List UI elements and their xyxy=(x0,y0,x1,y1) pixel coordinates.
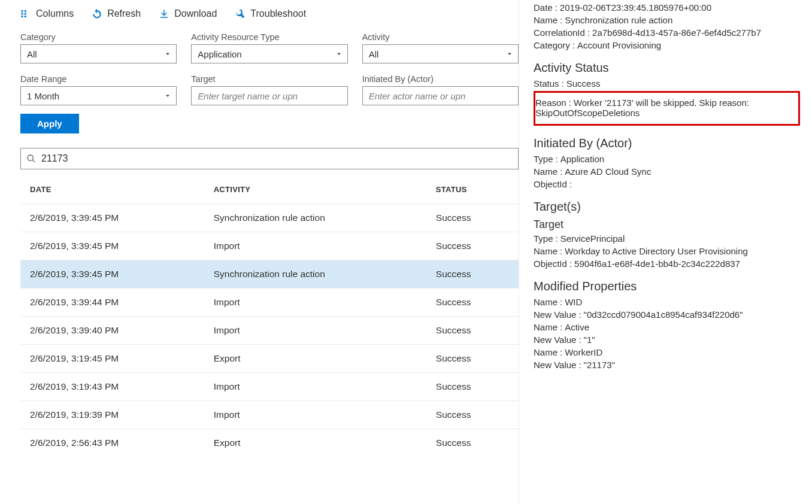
date-range-label: Date Range xyxy=(20,74,177,84)
table-row[interactable]: 2/6/2019, 3:39:45 PMImportSuccess xyxy=(20,232,519,260)
activity-label: Activity xyxy=(362,32,519,42)
initiated-by-label: Initiated By (Actor) xyxy=(362,74,519,84)
targets-heading: Target(s) xyxy=(534,200,800,214)
actor-object-id: ObjectId: xyxy=(534,179,800,189)
date-range-field: Date Range xyxy=(20,74,177,105)
cell-status: Success xyxy=(426,373,519,401)
main-pane: Columns Refresh Download Troubleshoot Ca… xyxy=(0,0,519,504)
details-top: Date:2019-02-06T23:39:45.1805976+00:00 N… xyxy=(534,2,800,50)
refresh-label: Refresh xyxy=(107,8,141,19)
cell-date: 2/6/2019, 3:39:45 PM xyxy=(20,260,204,289)
download-label: Download xyxy=(174,8,217,19)
target-type: Type:ServicePrincipal xyxy=(534,233,800,244)
svg-rect-0 xyxy=(22,10,23,12)
table-row[interactable]: 2/6/2019, 3:39:44 PMImportSuccess xyxy=(20,289,519,317)
mod-prop-new-value: New Value:"0d32ccd079004a1c8954caf934f22… xyxy=(534,309,800,320)
svg-rect-4 xyxy=(25,13,26,15)
modified-heading: Modified Properties xyxy=(534,280,800,293)
date-range-select[interactable] xyxy=(20,86,177,105)
troubleshoot-label: Troubleshoot xyxy=(250,8,306,19)
cell-date: 2/6/2019, 2:56:43 PM xyxy=(20,429,204,457)
table-row[interactable]: 2/6/2019, 3:39:40 PMImportSuccess xyxy=(20,317,519,345)
col-activity[interactable]: ACTIVITY xyxy=(204,174,426,204)
cell-date: 2/6/2019, 3:39:45 PM xyxy=(20,204,204,232)
category-field: Category xyxy=(20,32,177,63)
status: Status:Success xyxy=(534,78,800,89)
columns-icon xyxy=(20,8,31,19)
apply-button[interactable]: Apply xyxy=(20,114,79,133)
filter-grid: Category Activity Resource Type Activity… xyxy=(20,32,519,105)
mod-prop-name: Name:WorkerID xyxy=(534,347,800,357)
initiated-by-field: Initiated By (Actor) xyxy=(362,74,519,105)
target-object-id: ObjectId:5904f6a1-e68f-4de1-bb4b-2c34c22… xyxy=(534,259,800,269)
details-pane: Date:2019-02-06T23:39:45.1805976+00:00 N… xyxy=(519,0,812,504)
activity-select[interactable] xyxy=(362,44,519,63)
cell-date: 2/6/2019, 3:19:45 PM xyxy=(20,345,204,373)
troubleshoot-button[interactable]: Troubleshoot xyxy=(235,8,306,19)
table-row[interactable]: 2/6/2019, 2:56:43 PMExportSuccess xyxy=(20,429,519,457)
cell-status: Success xyxy=(426,260,519,289)
search-wrap xyxy=(20,148,519,169)
cell-status: Success xyxy=(426,204,519,232)
actor-name: Name:Azure AD Cloud Sync xyxy=(534,166,800,177)
cell-status: Success xyxy=(426,317,519,345)
columns-button[interactable]: Columns xyxy=(20,8,74,19)
col-status[interactable]: STATUS xyxy=(426,174,519,204)
svg-rect-3 xyxy=(25,10,26,12)
search-icon xyxy=(26,154,36,163)
resource-type-label: Activity Resource Type xyxy=(191,32,347,42)
target-input[interactable] xyxy=(191,86,347,105)
activity-field: Activity xyxy=(362,32,519,63)
cell-status: Success xyxy=(426,232,519,260)
svg-rect-5 xyxy=(25,16,26,17)
cell-activity: Synchronization rule action xyxy=(204,260,426,289)
detail-correlation-id: CorrelationId:2a7b698d-4d13-457a-86e7-6e… xyxy=(534,28,800,38)
cell-activity: Synchronization rule action xyxy=(204,204,426,232)
cell-date: 2/6/2019, 3:39:45 PM xyxy=(20,232,204,260)
resource-type-select[interactable] xyxy=(191,44,347,63)
table-row[interactable]: 2/6/2019, 3:19:43 PMImportSuccess xyxy=(20,373,519,401)
cell-activity: Import xyxy=(204,401,426,429)
mod-prop-name: Name:WID xyxy=(534,297,800,307)
refresh-button[interactable]: Refresh xyxy=(92,8,141,19)
actor-type: Type:Application xyxy=(534,154,800,164)
cell-status: Success xyxy=(426,401,519,429)
command-bar: Columns Refresh Download Troubleshoot xyxy=(20,8,519,19)
target-field: Target xyxy=(191,74,347,105)
mod-prop-new-value: New Value:"1" xyxy=(534,335,800,345)
table-row[interactable]: 2/6/2019, 3:39:45 PMSynchronization rule… xyxy=(20,204,519,232)
cell-date: 2/6/2019, 3:39:40 PM xyxy=(20,317,204,345)
table-row[interactable]: 2/6/2019, 3:19:39 PMImportSuccess xyxy=(20,401,519,429)
table-row[interactable]: 2/6/2019, 3:39:45 PMSynchronization rule… xyxy=(20,260,519,289)
cell-activity: Import xyxy=(204,232,426,260)
search-input[interactable] xyxy=(20,148,519,169)
initiated-by-heading: Initiated By (Actor) xyxy=(534,136,800,150)
detail-date: Date:2019-02-06T23:39:45.1805976+00:00 xyxy=(534,2,800,13)
audit-log-table: DATE ACTIVITY STATUS 2/6/2019, 3:39:45 P… xyxy=(20,174,519,457)
svg-rect-2 xyxy=(22,16,23,17)
detail-name: Name:Synchronization rule action xyxy=(534,15,800,25)
refresh-icon xyxy=(92,8,102,19)
download-icon xyxy=(159,8,169,19)
table-row[interactable]: 2/6/2019, 3:19:45 PMExportSuccess xyxy=(20,345,519,373)
cell-status: Success xyxy=(426,289,519,317)
cell-activity: Import xyxy=(204,317,426,345)
initiated-by-input[interactable] xyxy=(362,86,519,105)
table-header-row: DATE ACTIVITY STATUS xyxy=(20,174,519,204)
resource-type-field: Activity Resource Type xyxy=(191,32,347,63)
col-date[interactable]: DATE xyxy=(20,174,204,204)
cell-activity: Import xyxy=(204,289,426,317)
download-button[interactable]: Download xyxy=(159,8,217,19)
status-reason: Reason:Worker '21173' will be skipped. S… xyxy=(535,98,795,118)
target-subheading: Target xyxy=(534,218,800,231)
cell-status: Success xyxy=(426,429,519,457)
troubleshoot-icon xyxy=(235,8,246,19)
cell-activity: Export xyxy=(204,429,426,457)
mod-prop-name: Name:Active xyxy=(534,322,800,332)
category-select[interactable] xyxy=(20,44,177,63)
target-name: Name:Workday to Active Directory User Pr… xyxy=(534,246,800,256)
cell-activity: Import xyxy=(204,373,426,401)
cell-status: Success xyxy=(426,345,519,373)
cell-date: 2/6/2019, 3:19:39 PM xyxy=(20,401,204,429)
target-label: Target xyxy=(191,74,347,84)
